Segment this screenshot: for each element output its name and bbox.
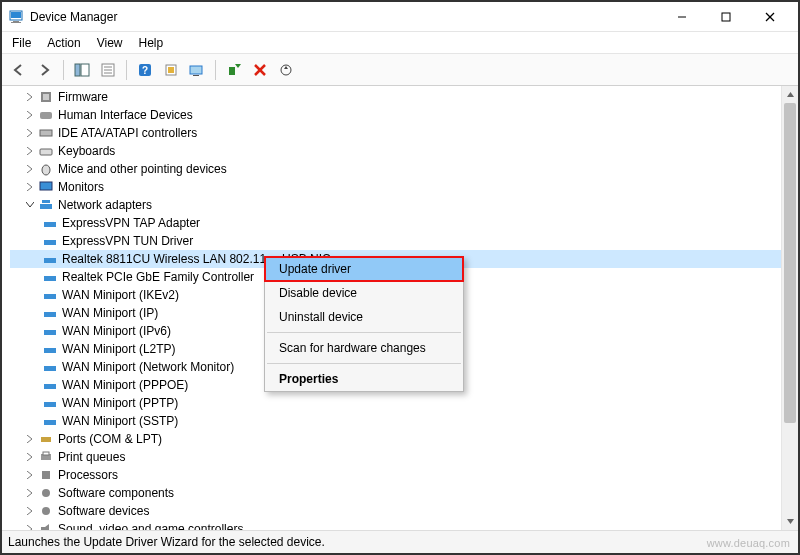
- svg-marker-21: [235, 64, 241, 68]
- device-manager-window: Device Manager File Action View Help ?: [0, 0, 800, 555]
- toolbar: ?: [2, 54, 798, 86]
- port-icon: [38, 431, 54, 447]
- tree-node-ports[interactable]: Ports (COM & LPT): [10, 430, 781, 448]
- tree-node-processors[interactable]: Processors: [10, 466, 781, 484]
- ctx-scan-hardware[interactable]: Scan for hardware changes: [265, 336, 463, 360]
- network-adapter-icon: [42, 305, 58, 321]
- show-hide-tree-button[interactable]: [71, 59, 93, 81]
- chevron-right-icon[interactable]: [24, 505, 36, 517]
- titlebar: Device Manager: [2, 2, 798, 32]
- minimize-button[interactable]: [660, 3, 704, 31]
- chevron-right-icon[interactable]: [24, 91, 36, 103]
- menu-view[interactable]: View: [97, 36, 123, 50]
- action-center-button[interactable]: [160, 59, 182, 81]
- tree-item-wan-pptp[interactable]: WAN Miniport (PPTP): [10, 394, 781, 412]
- tree-node-software-components[interactable]: Software components: [10, 484, 781, 502]
- chevron-right-icon[interactable]: [24, 433, 36, 445]
- svg-rect-36: [44, 240, 56, 245]
- svg-rect-27: [43, 94, 49, 100]
- svg-rect-9: [81, 64, 89, 76]
- menu-action[interactable]: Action: [47, 36, 80, 50]
- tree-node-software-devices[interactable]: Software devices: [10, 502, 781, 520]
- svg-marker-25: [284, 66, 288, 69]
- chevron-right-icon[interactable]: [24, 523, 36, 530]
- chevron-down-icon[interactable]: [24, 199, 36, 211]
- network-adapter-icon: [42, 251, 58, 267]
- svg-rect-40: [44, 312, 56, 317]
- svg-rect-2: [13, 21, 19, 22]
- scroll-up-icon[interactable]: [782, 86, 798, 103]
- chevron-right-icon[interactable]: [24, 181, 36, 193]
- chevron-right-icon[interactable]: [24, 469, 36, 481]
- svg-rect-41: [44, 330, 56, 335]
- forward-button[interactable]: [34, 59, 56, 81]
- svg-rect-47: [41, 437, 51, 442]
- chevron-right-icon[interactable]: [24, 127, 36, 139]
- maximize-button[interactable]: [704, 3, 748, 31]
- tree-item-tun[interactable]: ExpressVPN TUN Driver: [10, 232, 781, 250]
- context-menu: Update driver Disable device Uninstall d…: [264, 256, 464, 392]
- toolbar-separator: [215, 60, 216, 80]
- ctx-update-driver[interactable]: Update driver: [265, 257, 463, 281]
- tree-node-monitors[interactable]: Monitors: [10, 178, 781, 196]
- ctx-disable-device[interactable]: Disable device: [265, 281, 463, 305]
- vertical-scrollbar[interactable]: [781, 86, 798, 530]
- enable-button[interactable]: [223, 59, 245, 81]
- tree-node-network-adapters[interactable]: Network adapters: [10, 196, 781, 214]
- network-adapter-icon: [42, 269, 58, 285]
- tree-node-print-queues[interactable]: Print queues: [10, 448, 781, 466]
- svg-point-52: [42, 507, 50, 515]
- network-adapter-icon: [42, 341, 58, 357]
- ctx-uninstall-device[interactable]: Uninstall device: [265, 305, 463, 329]
- menubar: File Action View Help: [2, 32, 798, 54]
- tree-item-tap[interactable]: ExpressVPN TAP Adapter: [10, 214, 781, 232]
- chevron-right-icon[interactable]: [24, 487, 36, 499]
- tree-node-ide[interactable]: IDE ATA/ATAPI controllers: [10, 124, 781, 142]
- speaker-icon: [38, 521, 54, 530]
- tree-item-wan-sstp[interactable]: WAN Miniport (SSTP): [10, 412, 781, 430]
- monitor-icon: [38, 179, 54, 195]
- tree-node-keyboards[interactable]: Keyboards: [10, 142, 781, 160]
- uninstall-button[interactable]: [249, 59, 271, 81]
- scroll-down-icon[interactable]: [782, 513, 798, 530]
- back-button[interactable]: [8, 59, 30, 81]
- chevron-right-icon[interactable]: [24, 163, 36, 175]
- chevron-right-icon[interactable]: [24, 451, 36, 463]
- svg-rect-33: [40, 204, 52, 209]
- chevron-right-icon[interactable]: [24, 145, 36, 157]
- devices-by-type-button[interactable]: [186, 59, 208, 81]
- chevron-right-icon[interactable]: [24, 109, 36, 121]
- svg-rect-18: [190, 66, 202, 74]
- menu-help[interactable]: Help: [139, 36, 164, 50]
- svg-rect-32: [40, 182, 52, 190]
- scroll-thumb[interactable]: [784, 103, 796, 423]
- svg-text:?: ?: [142, 65, 148, 76]
- svg-rect-28: [40, 112, 52, 119]
- menu-file[interactable]: File: [12, 36, 31, 50]
- svg-rect-17: [168, 67, 174, 73]
- properties-button[interactable]: [97, 59, 119, 81]
- tree-node-mice[interactable]: Mice and other pointing devices: [10, 160, 781, 178]
- ctx-properties[interactable]: Properties: [265, 367, 463, 391]
- scroll-track[interactable]: [782, 103, 798, 513]
- ctx-separator: [267, 332, 461, 333]
- help-button[interactable]: ?: [134, 59, 156, 81]
- tree-node-hid[interactable]: Human Interface Devices: [10, 106, 781, 124]
- svg-rect-35: [44, 222, 56, 227]
- close-button[interactable]: [748, 3, 792, 31]
- status-text: Launches the Update Driver Wizard for th…: [8, 535, 325, 549]
- keyboard-icon: [38, 143, 54, 159]
- tree-node-sound[interactable]: Sound, video and game controllers: [10, 520, 781, 530]
- storage-icon: [38, 125, 54, 141]
- cpu-icon: [38, 467, 54, 483]
- mouse-icon: [38, 161, 54, 177]
- svg-rect-1: [11, 12, 21, 18]
- tree-node-firmware[interactable]: Firmware: [10, 88, 781, 106]
- network-adapter-icon: [42, 413, 58, 429]
- svg-rect-39: [44, 294, 56, 299]
- gear-icon: [38, 503, 54, 519]
- svg-rect-38: [44, 276, 56, 281]
- scan-hardware-button[interactable]: [275, 59, 297, 81]
- svg-rect-34: [42, 200, 50, 203]
- svg-rect-46: [44, 420, 56, 425]
